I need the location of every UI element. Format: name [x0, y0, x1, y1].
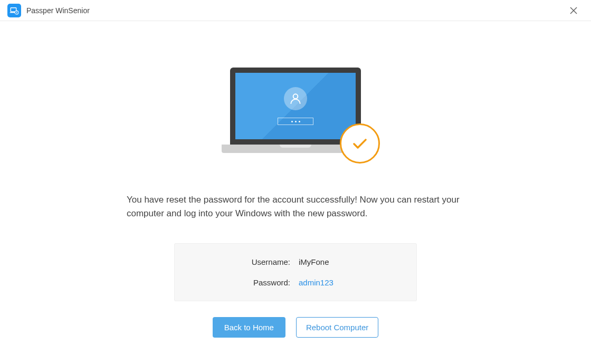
close-button[interactable]	[566, 3, 582, 18]
back-to-home-button[interactable]: Back to Home	[213, 317, 285, 338]
user-avatar-icon	[284, 87, 307, 110]
laptop-screen	[235, 73, 356, 139]
password-value: admin123	[296, 278, 406, 287]
password-box-icon	[278, 118, 313, 125]
credentials-box: Username: iMyFone Password: admin123	[174, 243, 417, 301]
svg-point-3	[16, 11, 17, 12]
username-value: iMyFone	[296, 257, 406, 266]
button-row: Back to Home Reboot Computer	[213, 317, 379, 338]
success-illustration	[222, 68, 369, 162]
app-title: Passper WinSenior	[26, 6, 90, 15]
app-logo-icon	[7, 4, 21, 17]
password-row: Password: admin123	[185, 278, 406, 287]
svg-point-6	[293, 94, 298, 99]
titlebar: Passper WinSenior	[0, 0, 591, 21]
main-content: You have reset the password for the acco…	[0, 21, 591, 338]
password-label: Password:	[185, 278, 296, 287]
reboot-computer-button[interactable]: Reboot Computer	[296, 317, 378, 338]
username-label: Username:	[185, 257, 296, 266]
success-check-icon	[340, 123, 380, 164]
success-message: You have reset the password for the acco…	[127, 193, 464, 221]
laptop-notch	[280, 145, 311, 148]
username-row: Username: iMyFone	[185, 257, 406, 266]
